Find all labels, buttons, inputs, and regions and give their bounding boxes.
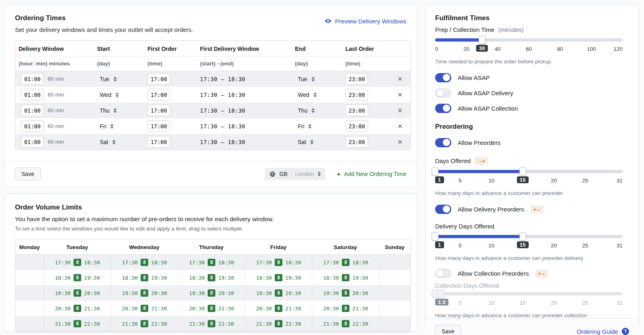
last-order-input[interactable]: [345, 73, 368, 85]
volume-window-cell[interactable]: 20:30821:30: [44, 301, 111, 316]
window-duration-input[interactable]: [21, 89, 44, 100]
delete-row-button[interactable]: ✕: [395, 106, 405, 115]
delete-row-button[interactable]: ✕: [395, 90, 405, 99]
start-day-select[interactable]: Tue: [97, 76, 117, 82]
first-order-input[interactable]: [147, 105, 170, 116]
prep-time-slider[interactable]: 02030406080100120: [435, 38, 623, 55]
volume-cell-sunday-empty[interactable]: [379, 316, 410, 331]
slider-handle-to[interactable]: [519, 168, 526, 176]
slider-tick-label: 31: [617, 178, 623, 184]
volume-window-cell[interactable]: 21:30822:30: [312, 316, 379, 331]
slider-track[interactable]: [435, 235, 623, 238]
volume-cell-monday-empty[interactable]: [15, 316, 44, 331]
slider-track[interactable]: [435, 38, 623, 42]
preview-delivery-windows-link[interactable]: Preview Delivery Windows: [324, 17, 406, 25]
volume-window-cell[interactable]: 17:30818:30: [111, 255, 178, 270]
first-order-input[interactable]: [147, 120, 170, 132]
allow-asap-delivery-toggle[interactable]: [435, 88, 451, 98]
volume-cell-sunday-empty[interactable]: [379, 285, 410, 301]
volume-window-cell[interactable]: 20:30821:30: [312, 301, 379, 316]
delete-row-button[interactable]: ✕: [395, 138, 405, 147]
volume-cell-monday-empty[interactable]: [15, 301, 44, 316]
timezone-selector[interactable]: GB London: [265, 168, 325, 180]
slider-handle-from[interactable]: [432, 232, 439, 241]
volume-window-cell[interactable]: 19:30820:30: [111, 285, 178, 301]
volume-window-cell[interactable]: 20:30821:30: [178, 301, 245, 316]
volume-window-cell[interactable]: 18:30819:30: [312, 270, 379, 285]
allow-asap-toggle[interactable]: [435, 73, 451, 82]
end-day-select[interactable]: Thu: [295, 107, 315, 114]
column-subheader: (day): [94, 57, 144, 71]
window-end-time: 21:30: [84, 306, 100, 312]
slider-track[interactable]: [435, 170, 623, 173]
order-limit-badge: 8: [342, 320, 349, 327]
volume-cell-monday-empty[interactable]: [15, 285, 44, 301]
volume-cell-monday-empty[interactable]: [15, 255, 44, 270]
volume-cell-sunday-empty[interactable]: [379, 301, 410, 316]
window-duration-input[interactable]: [21, 120, 44, 132]
volume-window-cell[interactable]: 18:30819:30: [111, 270, 178, 285]
volume-cell-sunday-empty[interactable]: [379, 270, 410, 285]
delivery-days-offered-slider[interactable]: 151015202531: [435, 235, 623, 251]
end-day-select[interactable]: Wed: [295, 92, 317, 98]
end-day-select[interactable]: Sat: [295, 139, 314, 145]
sort-arrows-icon: [114, 108, 117, 113]
volume-window-cell[interactable]: 21:30822:30: [44, 316, 111, 331]
volume-window-cell[interactable]: 17:30818:30: [312, 255, 379, 270]
volume-window-cell[interactable]: 18:30819:30: [245, 270, 312, 285]
window-end-time: 22:30: [285, 321, 301, 327]
allow-collection-preorders-toggle[interactable]: [435, 269, 451, 278]
last-order-input[interactable]: [345, 89, 368, 100]
first-order-input[interactable]: [147, 136, 170, 148]
fulfilment-save-button[interactable]: Save: [435, 325, 461, 335]
end-day-select[interactable]: Tue: [295, 76, 315, 82]
slider-handle-from[interactable]: [432, 168, 439, 176]
volume-window-cell[interactable]: 20:30821:30: [245, 301, 312, 316]
start-day-select[interactable]: Thu: [97, 107, 117, 114]
window-duration-input[interactable]: [21, 73, 44, 85]
delete-row-button[interactable]: ✕: [395, 122, 405, 131]
delete-row-button[interactable]: ✕: [395, 75, 405, 84]
order-limit-badge: 8: [141, 274, 148, 281]
add-ordering-time-button[interactable]: + Add New Ordering Time: [337, 171, 406, 178]
slider-handle[interactable]: [479, 36, 486, 44]
volume-table-row: 20:30821:30 20:30821:30 20:30821:30 20:3…: [15, 301, 410, 316]
start-day-select[interactable]: Wed: [97, 92, 119, 98]
allow-delivery-preorders-label: Allow Delivery Preorders: [458, 206, 524, 213]
slider-handle-to[interactable]: [519, 232, 526, 241]
volume-window-cell[interactable]: 19:30820:30: [44, 285, 111, 301]
end-day-select[interactable]: Fri: [295, 123, 311, 130]
allow-asap-collection-toggle[interactable]: [435, 104, 451, 113]
window-start-time: 20:30: [122, 306, 138, 312]
volume-window-cell[interactable]: 19:30820:30: [245, 285, 312, 301]
last-order-input[interactable]: [345, 105, 368, 116]
allow-delivery-preorders-toggle[interactable]: [435, 205, 451, 214]
volume-window-cell[interactable]: 17:30818:30: [178, 255, 245, 270]
window-duration-input[interactable]: [21, 105, 44, 116]
volume-window-cell[interactable]: 19:30820:30: [312, 285, 379, 301]
volume-window-cell[interactable]: 19:30820:30: [178, 285, 245, 301]
allow-preorders-toggle[interactable]: [435, 138, 451, 147]
volume-window-cell[interactable]: 21:30822:30: [178, 316, 245, 331]
window-duration-input[interactable]: [21, 136, 44, 148]
volume-cell-monday-empty[interactable]: [15, 270, 44, 285]
volume-window-cell[interactable]: 18:30819:30: [44, 270, 111, 285]
volume-window-cell[interactable]: 21:30822:30: [111, 316, 178, 331]
volume-window-cell[interactable]: 20:30821:30: [111, 301, 178, 316]
volume-window-cell[interactable]: 17:30818:30: [245, 255, 312, 270]
days-offered-slider[interactable]: 151015202531: [435, 170, 623, 186]
window-start-time: 20:30: [189, 306, 205, 312]
volume-window-cell[interactable]: 21:30822:30: [245, 316, 312, 331]
ordering-save-button[interactable]: Save: [15, 168, 41, 180]
start-day-select[interactable]: Sat: [97, 139, 116, 145]
start-day-select[interactable]: Fri: [97, 123, 114, 130]
volume-window-cell[interactable]: 18:30819:30: [178, 270, 245, 285]
window-end-time: 19:30: [84, 275, 100, 281]
volume-cell-sunday-empty[interactable]: [379, 255, 410, 270]
volume-window-cell[interactable]: 17:30818:30: [44, 255, 111, 270]
last-order-input[interactable]: [345, 120, 368, 132]
first-order-input[interactable]: [147, 89, 170, 100]
last-order-input[interactable]: [345, 136, 368, 148]
ordering-guide-link[interactable]: Ordering Guide ?: [577, 328, 629, 335]
first-order-input[interactable]: [147, 73, 170, 85]
